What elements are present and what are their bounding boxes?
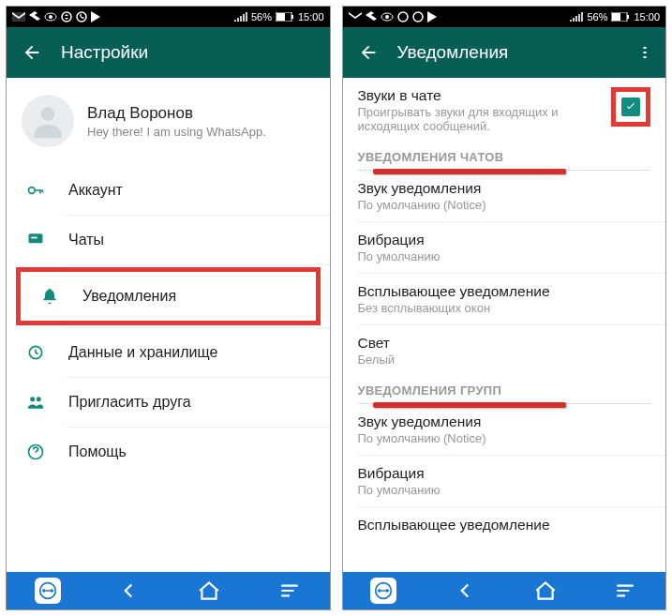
app-bar: Настройки (7, 27, 330, 78)
eye-icon (381, 12, 394, 22)
nav-back-icon (116, 578, 141, 603)
nav-home[interactable] (533, 572, 558, 609)
nav-recent[interactable] (613, 572, 637, 609)
people-icon (25, 393, 46, 412)
svg-rect-22 (627, 15, 629, 19)
dropbox-icon (29, 11, 40, 23)
back-button[interactable] (14, 35, 50, 70)
sync-icon (61, 11, 72, 23)
svg-rect-10 (31, 237, 37, 239)
phone-right: 56% 15:00 Уведомления Звуки в чате Проиг… (342, 6, 667, 610)
navigation-bar (7, 572, 330, 609)
setting-subtitle: По умолчанию (Notice) (358, 198, 602, 212)
app-bar: Уведомления (343, 27, 666, 78)
setting-title: Звук уведомления (358, 180, 651, 197)
status-bar: 56% 15:00 (343, 7, 666, 27)
nav-back[interactable] (453, 572, 477, 609)
help-icon (25, 443, 46, 461)
nav-recent-icon (613, 578, 637, 603)
play-icon (91, 11, 100, 23)
signal-icon (234, 12, 247, 22)
play-icon (427, 11, 437, 23)
svg-point-2 (62, 12, 71, 22)
arrow-left-icon (22, 42, 42, 63)
setting-group-popup[interactable]: Всплывающее уведомление (343, 507, 666, 535)
data-icon (25, 343, 46, 362)
svg-rect-9 (29, 233, 43, 243)
notifications-content: Звуки в чате Проигрывать звуки для входя… (343, 78, 666, 572)
eye-icon (44, 12, 57, 22)
arrow-left-icon (358, 42, 379, 63)
setting-subtitle: По умолчанию (358, 249, 602, 263)
setting-group-sound[interactable]: Звук уведомления По умолчанию (Notice) (343, 404, 666, 455)
setting-subtitle: Проигрывать звуки для входящих и исходящ… (358, 105, 602, 133)
setting-title: Звуки в чате (358, 87, 605, 104)
svg-rect-5 (276, 13, 285, 21)
svg-point-18 (398, 12, 408, 22)
settings-item-chats[interactable]: Чаты (7, 216, 330, 264)
back-button[interactable] (351, 35, 386, 70)
battery-percent: 56% (587, 11, 607, 23)
settings-item-label: Аккаунт (68, 182, 123, 199)
setting-subtitle: Без всплывающих окон (358, 301, 602, 315)
settings-content: Влад Воронов Hey there! I am using Whats… (7, 78, 330, 572)
nav-back-icon (453, 578, 477, 603)
battery-icon (611, 12, 630, 22)
nav-home-icon (533, 578, 558, 603)
setting-title: Звук уведомления (358, 413, 651, 430)
settings-item-account[interactable]: Аккаунт (7, 166, 330, 215)
section-header-groups: УВЕДОМЛЕНИЯ ГРУПП (343, 376, 666, 401)
setting-vibration[interactable]: Вибрация По умолчанию (343, 222, 666, 273)
overflow-menu[interactable] (632, 39, 658, 66)
setting-light[interactable]: Свет Белый (343, 325, 666, 376)
svg-point-19 (413, 12, 423, 22)
checkbox-highlight (611, 87, 650, 127)
nav-recent[interactable] (277, 572, 302, 609)
person-icon (27, 100, 68, 142)
settings-item-label: Пригласить друга (68, 394, 191, 411)
nav-home[interactable] (197, 572, 221, 609)
svg-point-1 (49, 15, 52, 19)
battery-icon (276, 12, 294, 22)
setting-subtitle: По умолчанию (Notice) (358, 431, 602, 445)
clock: 15:00 (298, 11, 324, 23)
svg-point-12 (30, 397, 35, 401)
key-icon (25, 181, 46, 200)
profile-text: Влад Воронов Hey there! I am using Whats… (87, 104, 266, 139)
profile-name: Влад Воронов (87, 104, 266, 123)
clock: 15:00 (634, 11, 660, 23)
setting-title: Свет (358, 335, 651, 352)
profile-row[interactable]: Влад Воронов Hey there! I am using Whats… (7, 78, 330, 166)
page-title: Уведомления (397, 42, 633, 63)
settings-item-label: Уведомления (82, 288, 176, 305)
settings-item-data[interactable]: Данные и хранилище (7, 328, 330, 377)
checkbox-chat-sounds[interactable] (621, 98, 640, 116)
setting-title: Всплывающее уведомление (358, 283, 651, 300)
nav-back[interactable] (116, 572, 141, 609)
teamviewer-badge[interactable] (35, 572, 61, 609)
avatar (22, 95, 74, 147)
setting-chat-sounds[interactable]: Звуки в чате Проигрывать звуки для входя… (343, 78, 666, 143)
setting-subtitle: Белый (358, 353, 602, 367)
svg-point-13 (37, 397, 41, 401)
battery-percent: 56% (251, 11, 272, 23)
whatsapp-icon (412, 11, 424, 23)
teamviewer-badge[interactable] (370, 572, 396, 609)
settings-item-invite[interactable]: Пригласить друга (7, 378, 330, 427)
chat-icon (25, 231, 46, 249)
settings-item-notifications[interactable]: Уведомления (16, 267, 321, 325)
check-icon (624, 100, 637, 113)
setting-title: Всплывающее уведомление (358, 517, 651, 533)
nav-recent-icon (277, 578, 302, 603)
settings-item-help[interactable]: Помощь (7, 428, 330, 476)
settings-item-label: Чаты (68, 232, 104, 248)
profile-status: Hey there! I am using WhatsApp. (87, 125, 266, 139)
setting-popup[interactable]: Всплывающее уведомление Без всплывающих … (343, 274, 666, 324)
setting-group-vibration[interactable]: Вибрация По умолчанию (343, 456, 666, 506)
setting-notification-sound[interactable]: Звук уведомления По умолчанию (Notice) (343, 171, 666, 221)
setting-title: Вибрация (358, 232, 651, 248)
phone-left: 56% 15:00 Настройки Влад Воронов Hey the… (6, 6, 331, 610)
settings-item-label: Помощь (68, 443, 127, 460)
section-header-chats: УВЕДОМЛЕНИЯ ЧАТОВ (343, 143, 666, 168)
svg-point-17 (385, 15, 389, 19)
